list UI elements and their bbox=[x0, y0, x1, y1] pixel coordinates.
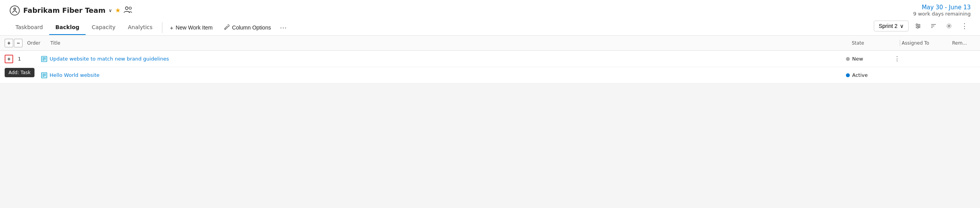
row-state-text-1: New bbox=[852, 56, 863, 62]
add-child-button-row1[interactable]: + bbox=[5, 55, 13, 63]
row-state-2: Active bbox=[846, 72, 892, 78]
state-dot-active bbox=[846, 73, 850, 77]
favorite-star-icon[interactable]: ★ bbox=[115, 7, 121, 14]
svg-point-2 bbox=[126, 7, 128, 9]
tab-capacity[interactable]: Capacity bbox=[86, 20, 122, 35]
row-context-menu-1[interactable]: ⋮ bbox=[892, 55, 902, 62]
nav-divider bbox=[162, 22, 162, 33]
row-title-1[interactable]: Update website to match new brand guidel… bbox=[41, 56, 846, 62]
row-title-2[interactable]: Hello World website bbox=[41, 72, 846, 78]
svg-point-8 bbox=[916, 24, 918, 25]
table-row: + Add: Task 1 Update website to match ne… bbox=[0, 51, 980, 67]
sprint-days-remaining: 9 work days remaining bbox=[913, 11, 971, 17]
collapse-all-button[interactable]: − bbox=[14, 39, 22, 47]
settings-button[interactable] bbox=[943, 20, 955, 32]
expand-controls: + − bbox=[5, 39, 22, 47]
sprint-dropdown-label: Sprint 2 bbox=[879, 23, 897, 29]
work-item-icon bbox=[41, 56, 47, 62]
work-item-icon-2 bbox=[41, 72, 47, 78]
team-members-icon[interactable] bbox=[124, 6, 132, 15]
plus-icon: + bbox=[170, 24, 174, 31]
svg-point-9 bbox=[918, 25, 920, 27]
col-header-assigned: Assigned To bbox=[902, 40, 952, 46]
svg-point-14 bbox=[948, 25, 950, 27]
svg-point-4 bbox=[224, 28, 225, 29]
sprint-dropdown-chevron: ∨ bbox=[900, 23, 904, 29]
add-row-container: + Add: Task bbox=[5, 55, 18, 63]
filter-sliders-button[interactable] bbox=[912, 20, 924, 32]
team-icon bbox=[9, 5, 20, 16]
new-work-item-button[interactable]: + New Work Item bbox=[165, 22, 217, 33]
toolbar-more-button[interactable]: ⋯ bbox=[277, 21, 289, 34]
col-header-remaining: Rem... bbox=[952, 40, 975, 46]
wrench-icon bbox=[224, 24, 230, 31]
sprint-dates: May 30 - June 13 bbox=[913, 4, 971, 11]
col-header-title: Title bbox=[50, 40, 852, 46]
team-name: Fabrikam Fiber Team bbox=[23, 6, 105, 14]
tab-analytics[interactable]: Analytics bbox=[122, 20, 159, 35]
new-work-item-label: New Work Item bbox=[176, 24, 212, 31]
row-state-text-2: Active bbox=[852, 72, 868, 78]
content-area: + − Order Title State Assigned To Rem...… bbox=[0, 36, 980, 83]
row-title-text-1: Update website to match new brand guidel… bbox=[50, 56, 169, 62]
svg-point-0 bbox=[10, 6, 19, 15]
row-state-1: New bbox=[846, 56, 892, 62]
toolbar-right-more-button[interactable]: ⋮ bbox=[958, 20, 971, 32]
expand-all-button[interactable]: + bbox=[5, 39, 13, 47]
column-options-button[interactable]: Column Options bbox=[219, 22, 276, 34]
sprint-info: May 30 - June 13 9 work days remaining bbox=[913, 4, 971, 17]
state-dot-new bbox=[846, 57, 850, 61]
column-options-label: Column Options bbox=[232, 24, 271, 31]
sprint-dropdown[interactable]: Sprint 2 ∨ bbox=[874, 21, 909, 31]
nav-tabs: Taskboard Backlog Capacity Analytics bbox=[9, 20, 159, 35]
team-dropdown-icon[interactable]: ∨ bbox=[109, 8, 112, 13]
svg-point-10 bbox=[917, 27, 918, 28]
row-order-1: 1 bbox=[18, 56, 41, 62]
table-row: Hello World website Active bbox=[0, 67, 980, 83]
tab-taskboard[interactable]: Taskboard bbox=[9, 20, 49, 35]
tab-backlog[interactable]: Backlog bbox=[49, 20, 86, 35]
svg-point-3 bbox=[129, 7, 131, 9]
col-header-order: Order bbox=[27, 40, 50, 46]
toolbar-actions: + New Work Item Column Options ⋯ bbox=[165, 21, 290, 34]
toolbar-right: Sprint 2 ∨ bbox=[874, 20, 971, 35]
table-header: + − Order Title State Assigned To Rem... bbox=[0, 36, 980, 51]
svg-point-1 bbox=[14, 8, 16, 10]
add-task-tooltip: Add: Task bbox=[5, 68, 34, 77]
col-header-state: State bbox=[852, 40, 898, 46]
col-divider bbox=[900, 40, 900, 46]
row-title-text-2: Hello World website bbox=[50, 72, 100, 78]
sort-button[interactable] bbox=[927, 20, 940, 32]
